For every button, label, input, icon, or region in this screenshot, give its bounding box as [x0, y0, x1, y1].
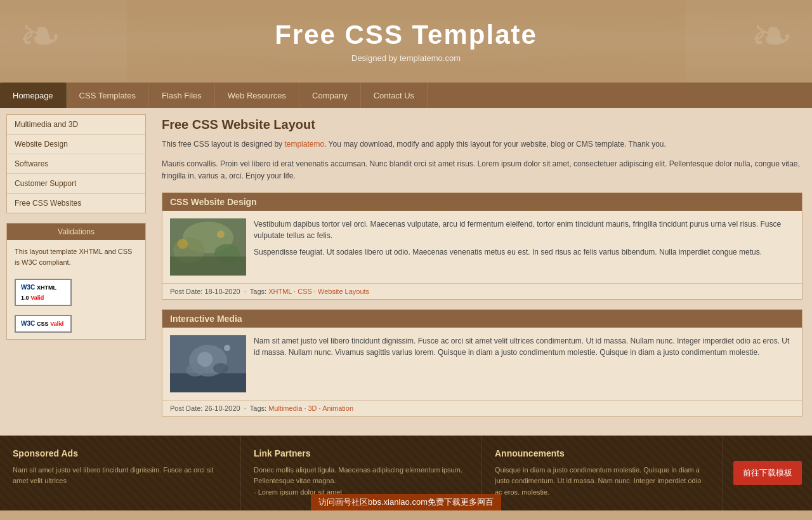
article-2-tags-label: Tags: [250, 404, 266, 412]
svg-point-5 [178, 239, 188, 249]
svg-point-6 [217, 230, 225, 238]
nav-item-company[interactable]: Company [299, 83, 361, 108]
nav-item-flash-files[interactable]: Flash Files [149, 83, 215, 108]
article-1-image [170, 218, 246, 276]
footer-col-3-title: Announcements [495, 448, 710, 458]
site-subtitle: Designed by templatemo.com [351, 53, 461, 63]
main-nav: Homepage CSS Templates Flash Files Web R… [0, 83, 812, 108]
watermark: 访问画号社区bbs.xianlao.com免费下载更多网百 [311, 494, 501, 510]
article-1-header: CSS Website Design [162, 193, 802, 211]
footer-col-2-text: Donec mollis aliquet ligula. Maecenas ad… [254, 465, 469, 487]
deco-right: ❧ [750, 6, 793, 65]
sidebar-item-free-css[interactable]: Free CSS Websites [7, 194, 145, 213]
intro-text-2: Mauris convallis. Proin vel libero id er… [162, 158, 802, 182]
nav-item-css-templates[interactable]: CSS Templates [67, 83, 149, 108]
sidebar-item-customer-support[interactable]: Customer Support [7, 174, 145, 194]
article-2-image [170, 335, 246, 392]
validations-box: Validations This layout template XHTML a… [6, 223, 146, 340]
css-badge: W3C CSS Valid [15, 315, 72, 333]
svg-point-13 [224, 345, 230, 351]
article-2-para-1: Nam sit amet justo vel libero tincidunt … [254, 335, 794, 358]
svg-point-11 [186, 364, 205, 377]
nav-item-web-resources[interactable]: Web Resources [215, 83, 299, 108]
sidebar: Multimedia and 3D Website Design Softwar… [0, 108, 152, 436]
templatemo-link[interactable]: templatemo [284, 140, 324, 149]
svg-point-12 [213, 363, 228, 373]
article-1-text: Vestibulum dapibus tortor vel orci. Maec… [254, 218, 794, 276]
footer-col-3-text: Quisque in diam a justo condimentum mole… [495, 465, 710, 498]
article-1-tags-label: Tags: [250, 288, 266, 295]
footer-col-2-title: Link Partners [254, 448, 469, 458]
main-wrapper: Multimedia and 3D Website Design Softwar… [0, 108, 812, 436]
tag-multimedia[interactable]: Multimedia [268, 404, 302, 412]
sidebar-menu: Multimedia and 3D Website Design Softwar… [6, 114, 146, 213]
article-1-image-inner [170, 218, 246, 276]
tag-website-layouts[interactable]: Website Layouts [318, 288, 369, 295]
nav-item-homepage[interactable]: Homepage [0, 83, 67, 108]
validations-content: This layout template XHTML and CSS is W3… [7, 240, 145, 339]
article-2-footer: Post Date: 26-10-2020 · Tags: Multimedia… [162, 400, 802, 416]
article-1-para-1: Vestibulum dapibus tortor vel orci. Maec… [254, 218, 794, 241]
download-button[interactable]: 前往下载模板 [733, 461, 802, 485]
nav-item-contact-us[interactable]: Contact Us [361, 83, 428, 108]
main-content: Free CSS Website Layout This free CSS la… [152, 108, 812, 436]
article-css-website-design: CSS Website Design [162, 192, 802, 300]
footer-col-1-title: Sponsored Ads [13, 448, 228, 458]
download-btn-col: 前往下载模板 [723, 436, 812, 511]
validations-text: This layout template XHTML and CSS is W3… [15, 246, 138, 267]
sidebar-item-website-design[interactable]: Website Design [7, 135, 145, 154]
tag-css[interactable]: CSS [298, 288, 312, 295]
sidebar-item-multimedia[interactable]: Multimedia and 3D [7, 115, 145, 135]
article-1-body: Vestibulum dapibus tortor vel orci. Maec… [162, 211, 802, 283]
xhtml-badge: W3C XHTML1.0 Valid [15, 279, 72, 306]
article-1-footer: Post Date: 18-10-2020 · Tags: XHTML · CS… [162, 283, 802, 299]
footer-sponsored-ads: Sponsored Ads Nam sit amet justo vel lib… [0, 436, 241, 511]
article-interactive-media: Interactive Media [162, 309, 802, 417]
article-2-header: Interactive Media [162, 310, 802, 328]
site-title: Free CSS Template [275, 20, 537, 50]
article-2-date: Post Date: 26-10-2020 [170, 404, 240, 412]
deco-left: ❧ [19, 6, 62, 65]
article-2-body: Nam sit amet justo vel libero tincidunt … [162, 328, 802, 400]
page-header: ❧ ❧ Free CSS Template Designed by templa… [0, 0, 812, 83]
validations-header: Validations [7, 223, 145, 240]
page-title: Free CSS Website Layout [162, 117, 802, 132]
tag-3d[interactable]: 3D [308, 404, 317, 412]
svg-rect-4 [170, 257, 246, 276]
footer-announcements: Announcements Quisque in diam a justo co… [482, 436, 723, 511]
article-1-date: Post Date: 18-10-2020 [170, 288, 240, 295]
intro-text-1: This free CSS layout is designed by temp… [162, 138, 802, 150]
article-2-text: Nam sit amet justo vel libero tincidunt … [254, 335, 794, 392]
footer-col-1-text: Nam sit amet justo vel libero tincidunt … [13, 465, 228, 487]
article-2-image-inner [170, 335, 246, 392]
sidebar-item-softwares[interactable]: Softwares [7, 154, 145, 174]
tag-xhtml[interactable]: XHTML [268, 288, 292, 295]
article-1-para-2: Suspendisse feugiat. Ut sodales libero u… [254, 246, 794, 258]
tag-animation[interactable]: Animation [322, 404, 353, 412]
